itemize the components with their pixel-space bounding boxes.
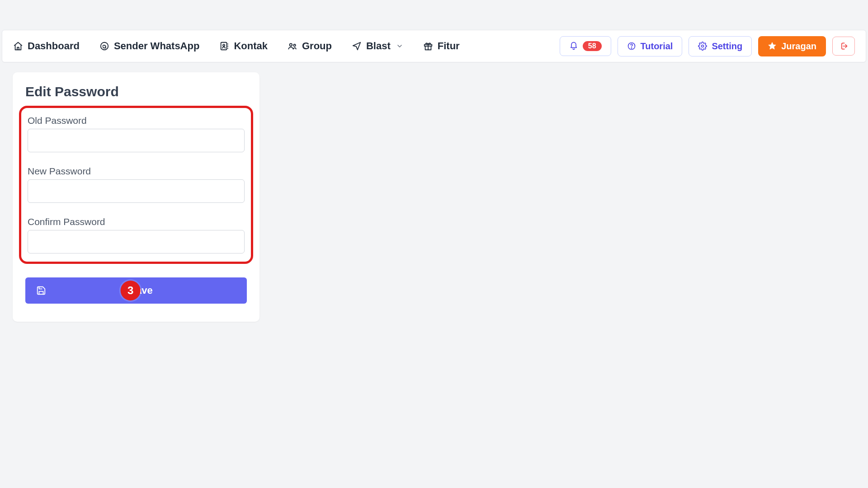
send-icon (352, 41, 362, 51)
juragan-button[interactable]: Juragan (758, 36, 826, 56)
tutorial-button[interactable]: Tutorial (618, 36, 683, 56)
svg-point-0 (101, 42, 108, 50)
notifications-button[interactable]: 58 (560, 36, 611, 56)
home-icon (13, 41, 23, 51)
setting-button[interactable]: Setting (689, 36, 752, 56)
help-icon (627, 42, 636, 51)
nav-fitur[interactable]: Fitur (423, 40, 460, 52)
svg-point-3 (290, 44, 292, 47)
gear-icon (698, 42, 707, 51)
new-password-label: New Password (28, 166, 245, 177)
svg-point-4 (293, 44, 295, 46)
topbar: Dashboard Sender WhatsApp Kontak Group (2, 30, 866, 62)
nav-dashboard-label: Dashboard (28, 40, 80, 52)
old-password-label: Old Password (28, 115, 245, 126)
nav-sender[interactable]: Sender WhatsApp (99, 40, 199, 52)
notif-badge: 58 (583, 41, 602, 51)
nav-dashboard[interactable]: Dashboard (13, 40, 80, 52)
old-password-input[interactable] (28, 129, 245, 152)
card-title: Edit Password (25, 84, 247, 99)
confirm-password-input[interactable] (28, 230, 245, 253)
nav-left: Dashboard Sender WhatsApp Kontak Group (13, 40, 460, 52)
edit-password-card: Edit Password Old Password New Password … (13, 72, 259, 322)
svg-point-9 (702, 45, 704, 47)
nav-blast[interactable]: Blast (352, 40, 403, 52)
nav-blast-label: Blast (366, 40, 391, 52)
contact-icon (219, 41, 229, 51)
star-icon (768, 42, 777, 51)
whatsapp-icon (99, 41, 109, 51)
chevron-down-icon (396, 42, 403, 50)
nav-kontak-label: Kontak (234, 40, 268, 52)
old-password-group: Old Password (28, 115, 245, 152)
svg-point-8 (631, 48, 632, 48)
svg-point-2 (223, 44, 225, 46)
setting-label: Setting (712, 41, 742, 52)
nav-kontak[interactable]: Kontak (219, 40, 268, 52)
confirm-password-group: Confirm Password (28, 216, 245, 253)
nav-right: 58 Tutorial Setting Juragan (560, 36, 855, 56)
confirm-password-label: Confirm Password (28, 216, 245, 227)
logout-button[interactable] (832, 37, 855, 56)
step-badge: 3 (121, 281, 141, 300)
nav-fitur-label: Fitur (438, 40, 460, 52)
nav-group-label: Group (302, 40, 332, 52)
nav-group[interactable]: Group (288, 40, 332, 52)
logout-icon (839, 42, 848, 51)
save-label: Save (46, 285, 236, 296)
save-row: Save 3 (25, 277, 247, 304)
new-password-input[interactable] (28, 179, 245, 203)
nav-sender-label: Sender WhatsApp (114, 40, 199, 52)
juragan-label: Juragan (781, 41, 816, 52)
new-password-group: New Password (28, 166, 245, 203)
group-icon (288, 41, 297, 51)
save-icon (36, 286, 46, 296)
highlighted-fields: Old Password New Password Confirm Passwo… (19, 106, 253, 264)
content: Edit Password Old Password New Password … (0, 62, 868, 332)
bell-icon (569, 42, 578, 51)
tutorial-label: Tutorial (641, 41, 673, 52)
gift-icon (423, 41, 433, 51)
